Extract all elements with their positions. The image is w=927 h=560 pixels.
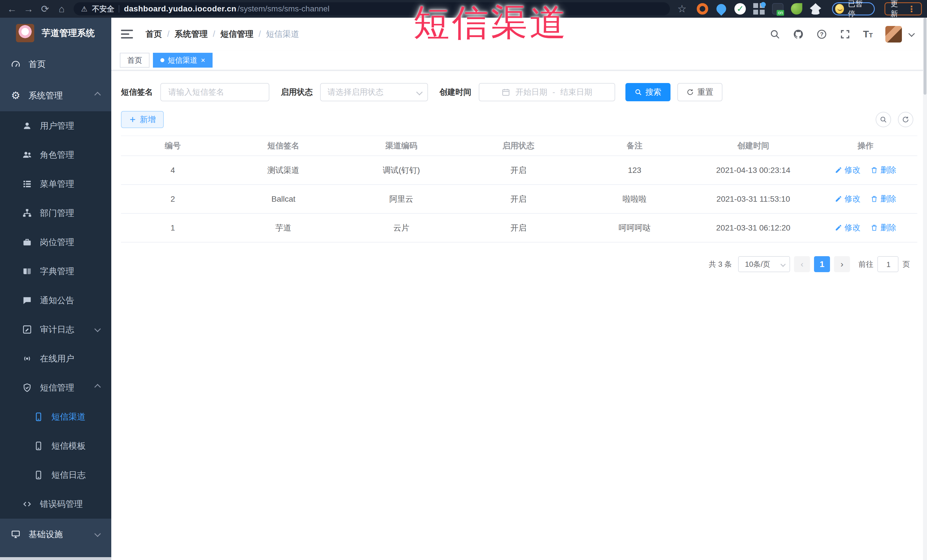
cell-created: 2021-04-13 00:23:14 — [693, 156, 814, 185]
reload-icon[interactable]: ⟳ — [38, 0, 52, 18]
svg-text:?: ? — [820, 31, 824, 37]
reset-button[interactable]: 重置 — [677, 83, 722, 101]
goto-page-input[interactable] — [878, 257, 899, 272]
refresh-icon — [902, 116, 909, 123]
end-date-placeholder[interactable]: 结束日期 — [560, 87, 592, 97]
cell-code: 云片 — [342, 213, 460, 242]
sidebar-item-label: 审计日志 — [40, 324, 74, 335]
breadcrumb-separator: / — [213, 29, 215, 39]
sidebar-item-sms-management[interactable]: 短信管理 — [0, 373, 111, 402]
extension-icon-green-check[interactable]: ✓ — [734, 3, 746, 15]
delete-link[interactable]: 删除 — [871, 222, 896, 233]
search-icon[interactable] — [769, 29, 780, 39]
sidebar-item-home[interactable]: 首页 — [0, 49, 111, 80]
font-size-icon[interactable]: TT — [863, 29, 873, 39]
sidebar-item-notice[interactable]: 通知公告 — [0, 286, 111, 315]
sidebar-item-label: 短信渠道 — [52, 411, 86, 423]
shield-check-icon — [22, 382, 32, 393]
page-1-button[interactable]: 1 — [814, 256, 830, 272]
search-button[interactable]: 搜索 — [625, 83, 670, 101]
cell-id: 2 — [121, 185, 225, 213]
status-select[interactable]: 请选择启用状态 — [320, 83, 428, 101]
breadcrumb-sms[interactable]: 短信管理 — [220, 29, 253, 40]
breadcrumb-home[interactable]: 首页 — [146, 29, 162, 40]
next-page-button[interactable]: › — [834, 256, 850, 272]
refresh-icon — [687, 88, 694, 96]
delete-link[interactable]: 删除 — [871, 165, 896, 175]
sidebar-item-post-management[interactable]: 岗位管理 — [0, 228, 111, 257]
sidebar-item-sms-log[interactable]: 短信日志 — [0, 460, 111, 490]
edit-link[interactable]: 修改 — [835, 193, 860, 204]
cell-created: 2021-03-31 06:12:20 — [693, 213, 814, 242]
cell-remark: 123 — [576, 156, 693, 185]
total-count: 共 3 条 — [709, 260, 732, 269]
reset-button-label: 重置 — [697, 87, 713, 97]
sidebar-item-user-management[interactable]: 用户管理 — [0, 111, 111, 140]
extension-icon-screenshot[interactable] — [772, 3, 784, 15]
tab-home[interactable]: 首页 — [120, 53, 149, 68]
tags-view-bar: 首页 短信渠道 × — [111, 50, 927, 70]
sidebar-item-menu-management[interactable]: 菜单管理 — [0, 170, 111, 199]
sidebar-item-audit-log[interactable]: 审计日志 — [0, 315, 111, 344]
active-dot-icon — [160, 58, 164, 62]
sidebar-item-sms-channel[interactable]: 短信渠道 — [0, 402, 111, 431]
screen: ← → ⟳ ⌂ ⚠ 不安全 dashboard.yudao.iocoder.cn… — [0, 0, 927, 560]
tab-sms-channel[interactable]: 短信渠道 × — [153, 53, 213, 68]
show-search-toggle-button[interactable] — [875, 112, 891, 127]
breadcrumb-system[interactable]: 系统管理 — [175, 29, 208, 40]
edit-link[interactable]: 修改 — [835, 222, 860, 233]
browser-menu-icon[interactable]: ⋮ — [907, 4, 916, 14]
scrollbar-thumb[interactable] — [924, 18, 926, 95]
app-logo-row: 芋道管理系统 — [0, 18, 111, 49]
phone-icon — [33, 470, 44, 480]
sidebar-item-department-management[interactable]: 部门管理 — [0, 199, 111, 228]
back-icon[interactable]: ← — [5, 0, 19, 18]
sidebar-item-label: 首页 — [29, 58, 46, 70]
sidebar-item-sms-template[interactable]: 短信模板 — [0, 431, 111, 460]
extension-icon-orange-ring[interactable] — [697, 3, 708, 15]
extension-icon-grid[interactable] — [753, 3, 764, 15]
help-icon[interactable]: ? — [816, 29, 827, 39]
sidebar-item-online-users[interactable]: 在线用户 — [0, 344, 111, 373]
avatar-chevron-down-icon[interactable] — [909, 31, 914, 37]
col-remark: 备注 — [576, 136, 693, 156]
hamburger-icon[interactable] — [121, 30, 133, 38]
home-icon[interactable]: ⌂ — [55, 0, 68, 18]
cell-id: 1 — [121, 213, 225, 242]
prev-page-button[interactable]: ‹ — [794, 256, 810, 272]
bookmark-star-icon[interactable]: ☆ — [677, 3, 687, 15]
sidebar-item-system-management[interactable]: ⚙ 系统管理 — [0, 80, 111, 111]
vertical-scrollbar[interactable] — [923, 18, 927, 560]
extension-icon-leaf[interactable] — [791, 3, 802, 15]
refresh-table-button[interactable] — [898, 112, 913, 127]
add-button[interactable]: 新增 — [121, 111, 164, 128]
github-icon[interactable] — [793, 29, 804, 39]
sms-channel-table: 编号 短信签名 渠道编码 启用状态 备注 创建时间 操作 4 测试渠道 — [121, 135, 917, 243]
avatar[interactable] — [885, 26, 902, 42]
edit-link[interactable]: 修改 — [835, 165, 860, 175]
address-bar[interactable]: ⚠ 不安全 dashboard.yudao.iocoder.cn /system… — [74, 2, 670, 15]
extension-icon-blue-pin[interactable] — [714, 2, 728, 16]
fullscreen-icon[interactable] — [840, 29, 851, 39]
date-range-picker[interactable]: 开始日期 - 结束日期 — [479, 83, 615, 101]
close-icon[interactable]: × — [201, 56, 205, 65]
extensions-puzzle-icon[interactable] — [810, 3, 821, 15]
paused-profile-chip[interactable]: 已暂停 — [832, 2, 875, 15]
start-date-placeholder[interactable]: 开始日期 — [515, 87, 547, 97]
sidebar-item-dict-management[interactable]: 字典管理 — [0, 257, 111, 286]
delete-link[interactable]: 删除 — [871, 193, 896, 204]
warning-icon: ⚠ — [81, 5, 87, 13]
sidebar-bottom-scrollbar[interactable] — [0, 557, 111, 560]
sidebar-item-role-management[interactable]: 角色管理 — [0, 140, 111, 170]
chevron-up-icon — [95, 93, 100, 99]
forward-icon[interactable]: → — [22, 0, 35, 18]
sidebar-item-infrastructure[interactable]: 基础设施 — [0, 519, 111, 550]
sign-input[interactable] — [168, 87, 262, 97]
sidebar-item-error-code[interactable]: 错误码管理 — [0, 490, 111, 519]
table-row: 2 Ballcat 阿里云 开启 啦啦啦 2021-03-31 11:53:10… — [121, 185, 917, 213]
cell-actions: 修改 删除 — [814, 213, 917, 242]
page-size-select[interactable]: 10条/页 — [738, 256, 790, 272]
security-label[interactable]: 不安全 — [92, 4, 114, 14]
phone-icon — [33, 411, 44, 422]
browser-update-button[interactable]: 更新 ⋮ — [884, 2, 922, 15]
